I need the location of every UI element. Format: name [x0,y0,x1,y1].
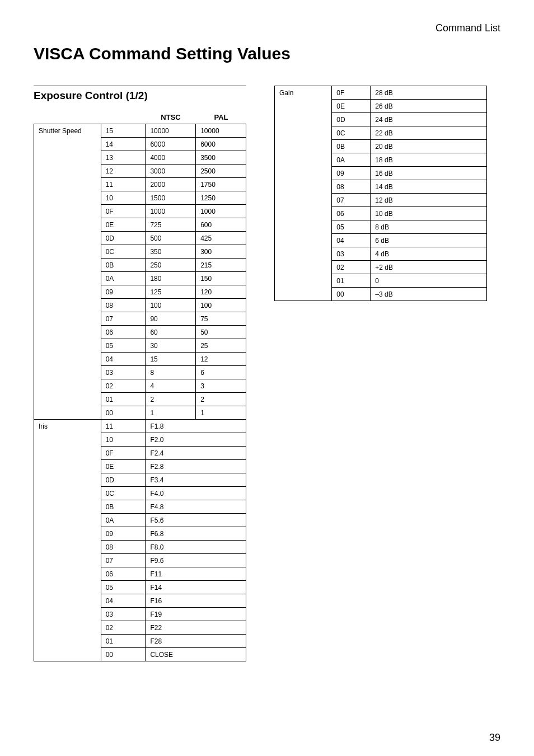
cell-value: 18 dB [371,153,487,167]
page-number: 39 [489,732,500,744]
page-title: VISCA Command Setting Values [34,44,500,63]
table-row: 06 60 50 [34,326,246,339]
param-blank [34,648,101,661]
cell-code: 07 [101,554,146,567]
cell-ntsc: 125 [146,285,196,299]
cell-value: F14 [146,581,246,594]
param-blank [34,326,101,339]
cell-code: 0D [101,232,146,245]
param-blank [34,191,101,205]
table-row: 08 F8.0 [34,541,246,554]
cell-ntsc: 100 [146,299,196,312]
table-row: 07 90 75 [34,312,246,326]
table-row: Shutter Speed 15 10000 10000 [34,124,246,138]
cell-ntsc: 180 [146,272,196,285]
cell-pal: 120 [196,285,246,299]
cell-value: F3.4 [146,473,246,487]
cell-code: 08 [101,299,146,312]
cell-code: 14 [101,138,146,151]
cell-code: 07 [101,312,146,326]
cell-value: F2.4 [146,447,246,460]
table-row: 0E 725 600 [34,218,246,232]
cell-value: 14 dB [371,180,487,194]
cell-value: F5.6 [146,514,246,527]
cell-value: F22 [146,621,246,635]
cell-code: 15 [101,124,146,138]
param-blank [34,487,101,500]
table-row: 01 2 2 [34,393,246,406]
table-row: 0A 18 dB [275,153,487,167]
table-row: 06 F11 [34,567,246,581]
param-blank [275,167,332,180]
cell-code: 01 [101,635,146,648]
param-label-shutter: Shutter Speed [34,124,101,138]
table-row: 00 CLOSE [34,648,246,661]
cell-pal: 150 [196,272,246,285]
cell-code: 13 [101,151,146,165]
param-blank [275,100,332,113]
cell-code: 0E [101,460,146,473]
cell-code: 03 [101,366,146,379]
param-blank [34,447,101,460]
cell-code: 02 [332,261,371,274]
param-blank [275,140,332,153]
cell-code: 00 [101,648,146,661]
param-blank [34,514,101,527]
param-blank [34,554,101,567]
cell-ntsc: 90 [146,312,196,326]
cell-code: 12 [101,165,146,178]
cell-ntsc: 8 [146,366,196,379]
param-blank [34,285,101,299]
param-blank [34,205,101,218]
cell-code: 06 [332,207,371,220]
table-row: 0F 1000 1000 [34,205,246,218]
param-blank [34,178,101,191]
cell-ntsc: 4000 [146,151,196,165]
cell-code: 0C [101,487,146,500]
table-row: 06 10 dB [275,207,487,220]
cell-ntsc: 250 [146,259,196,272]
cell-ntsc: 10000 [146,124,196,138]
cell-pal: 1750 [196,178,246,191]
cell-code: 02 [101,379,146,393]
col-pal: PAL [196,113,246,121]
table-row: 03 8 6 [34,366,246,379]
param-blank [275,180,332,194]
cell-value: F8.0 [146,541,246,554]
cell-code: 11 [101,178,146,191]
param-blank [34,608,101,621]
cell-code: 0F [332,86,371,100]
breadcrumb: Command List [34,22,500,34]
param-blank [275,261,332,274]
cell-pal: 25 [196,339,246,353]
param-blank [34,353,101,366]
param-blank [34,272,101,285]
cell-value: 16 dB [371,167,487,180]
cell-code: 0E [332,100,371,113]
cell-code: 0D [101,473,146,487]
param-label-gain: Gain [275,86,332,100]
cell-code: 05 [332,220,371,234]
cell-value: 0 [371,274,487,288]
cell-pal: 300 [196,245,246,259]
param-blank [34,473,101,487]
cell-code: 01 [101,393,146,406]
cell-code: 0E [101,218,146,232]
table-row: 02 F22 [34,621,246,635]
table-row: 01 0 [275,274,487,288]
cell-code: 00 [332,288,371,301]
table-row: 05 30 25 [34,339,246,353]
table-row: 0E F2.8 [34,460,246,473]
param-blank [34,541,101,554]
table-row: 12 3000 2500 [34,165,246,178]
table-row: 13 4000 3500 [34,151,246,165]
cell-ntsc: 6000 [146,138,196,151]
param-blank [275,153,332,167]
table-row: 01 F28 [34,635,246,648]
table-row: Gain 0F 28 dB [275,86,487,100]
table-row: 0C 22 dB [275,126,487,140]
cell-code: 09 [101,527,146,541]
cell-code: 0F [101,447,146,460]
cell-value: F16 [146,594,246,608]
cell-value: 6 dB [371,234,487,247]
